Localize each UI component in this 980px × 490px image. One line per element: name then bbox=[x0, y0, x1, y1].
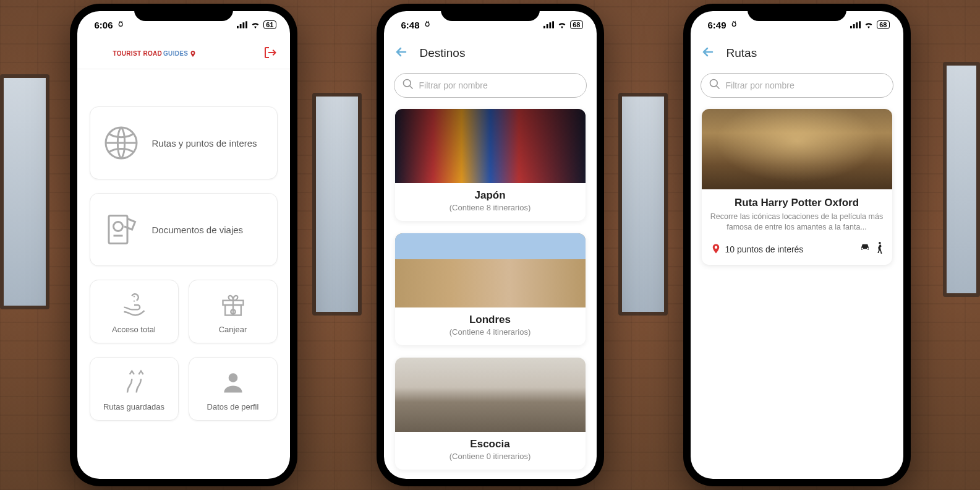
route-list[interactable]: Ruta Harry Potter Oxford Recorre las icó… bbox=[691, 105, 903, 479]
route-title: Ruta Harry Potter Oxford bbox=[710, 197, 884, 209]
menu-label: Documentos de viajes bbox=[152, 225, 244, 235]
destination-image bbox=[395, 358, 586, 432]
car-icon bbox=[859, 241, 871, 256]
notch bbox=[748, 4, 846, 21]
search-input[interactable] bbox=[419, 80, 579, 90]
destination-list[interactable]: Japón (Contiene 8 itinerarios) Londres (… bbox=[384, 105, 597, 479]
svg-rect-14 bbox=[552, 21, 554, 28]
svg-point-20 bbox=[710, 80, 717, 87]
battery-level: 68 bbox=[570, 20, 582, 29]
svg-point-15 bbox=[403, 80, 411, 87]
poi-count: 10 puntos de interés bbox=[710, 243, 804, 256]
status-time: 6:49 bbox=[708, 20, 726, 30]
svg-rect-3 bbox=[245, 21, 247, 28]
home-menu: Rutas y puntos de interes Documentos de … bbox=[77, 69, 290, 433]
menu-item-profile[interactable]: Datos de perfil bbox=[189, 357, 278, 421]
transport-icons bbox=[859, 241, 884, 256]
route-card-harry-potter[interactable]: Ruta Harry Potter Oxford Recorre las icó… bbox=[702, 109, 892, 265]
svg-rect-17 bbox=[853, 24, 855, 28]
svg-rect-12 bbox=[547, 24, 548, 28]
destination-card-london[interactable]: Londres (Contiene 4 itinerarios) bbox=[395, 233, 586, 345]
nav-header: Destinos bbox=[384, 38, 597, 68]
phone-mockup-home: 6:06 61 TOURIST ROAD GUIDES bbox=[70, 4, 297, 486]
hand-money-icon bbox=[121, 291, 148, 319]
menu-label: Acceso total bbox=[112, 325, 156, 334]
menu-label: Canjear bbox=[219, 325, 247, 334]
svg-point-6 bbox=[113, 222, 122, 231]
saved-routes-icon bbox=[121, 369, 148, 396]
search-input-wrap[interactable] bbox=[701, 73, 893, 98]
svg-point-21 bbox=[879, 242, 881, 244]
gift-icon bbox=[219, 291, 247, 319]
battery-level: 68 bbox=[877, 20, 889, 29]
svg-rect-1 bbox=[240, 24, 242, 28]
back-arrow-icon[interactable] bbox=[701, 45, 715, 62]
menu-label: Rutas y puntos de interes bbox=[152, 138, 257, 148]
poi-count-text: 10 puntos de interés bbox=[725, 244, 804, 254]
destination-image bbox=[395, 109, 586, 183]
globe-icon bbox=[103, 124, 140, 161]
status-flame-icon bbox=[729, 20, 738, 29]
destination-image bbox=[395, 233, 586, 307]
status-time: 6:06 bbox=[95, 20, 113, 30]
wifi-icon bbox=[864, 21, 874, 28]
menu-item-routes[interactable]: Rutas y puntos de interes bbox=[90, 106, 278, 179]
menu-item-redeem[interactable]: Canjear bbox=[189, 280, 278, 343]
svg-rect-18 bbox=[856, 22, 858, 28]
back-arrow-icon[interactable] bbox=[394, 45, 409, 62]
menu-label: Datos de perfil bbox=[207, 402, 259, 411]
search-icon bbox=[402, 78, 414, 93]
passport-icon bbox=[103, 211, 140, 248]
app-header: TOURIST ROAD GUIDES bbox=[77, 38, 290, 69]
page-title: Destinos bbox=[420, 46, 466, 60]
walk-icon bbox=[875, 241, 884, 256]
route-image bbox=[702, 109, 892, 189]
pin-icon bbox=[710, 243, 722, 256]
svg-rect-11 bbox=[543, 26, 545, 28]
status-time: 6:48 bbox=[401, 20, 420, 30]
destination-subtitle: (Contiene 4 itinerarios) bbox=[403, 327, 578, 337]
menu-item-documents[interactable]: Documentos de viajes bbox=[90, 193, 278, 266]
notch bbox=[441, 4, 540, 21]
phone-mockup-routes: 6:49 68 Rutas bbox=[683, 4, 911, 486]
search-input[interactable] bbox=[726, 80, 885, 90]
destination-card-japan[interactable]: Japón (Contiene 8 itinerarios) bbox=[395, 109, 586, 221]
signal-icon bbox=[850, 21, 861, 28]
search-input-wrap[interactable] bbox=[394, 73, 587, 98]
search-icon bbox=[709, 78, 721, 93]
battery-level: 61 bbox=[263, 20, 276, 29]
svg-rect-19 bbox=[859, 21, 861, 28]
destination-title: Escocia bbox=[403, 438, 578, 450]
person-icon bbox=[219, 369, 247, 396]
svg-rect-0 bbox=[237, 26, 239, 28]
svg-point-10 bbox=[228, 373, 237, 382]
page-title: Rutas bbox=[726, 46, 757, 60]
menu-item-saved[interactable]: Rutas guardadas bbox=[90, 357, 179, 421]
menu-label: Rutas guardadas bbox=[103, 402, 164, 411]
svg-rect-13 bbox=[550, 22, 552, 28]
status-flame-icon bbox=[422, 20, 431, 29]
notch bbox=[134, 4, 233, 21]
destination-subtitle: (Contiene 0 itinerarios) bbox=[403, 452, 578, 461]
wifi-icon bbox=[557, 21, 567, 28]
menu-item-access[interactable]: Acceso total bbox=[90, 280, 179, 343]
destination-title: Japón bbox=[403, 189, 578, 202]
logout-icon[interactable] bbox=[263, 45, 278, 62]
svg-rect-2 bbox=[243, 22, 245, 28]
signal-icon bbox=[543, 21, 554, 28]
wifi-icon bbox=[250, 21, 260, 28]
route-description: Recorre las icónicas locaciones de la pe… bbox=[710, 212, 884, 233]
svg-rect-16 bbox=[850, 26, 852, 28]
app-logo: TOURIST ROAD GUIDES bbox=[113, 49, 197, 58]
destination-subtitle: (Contiene 8 itinerarios) bbox=[403, 203, 578, 212]
svg-rect-5 bbox=[109, 216, 127, 244]
signal-icon bbox=[237, 21, 247, 28]
destination-card-scotland[interactable]: Escocia (Contiene 0 itinerarios) bbox=[395, 358, 586, 470]
status-flame-icon bbox=[116, 20, 124, 29]
phone-mockup-destinations: 6:48 68 Destinos bbox=[377, 4, 604, 486]
destination-title: Londres bbox=[403, 314, 578, 326]
nav-header: Rutas bbox=[691, 38, 903, 68]
